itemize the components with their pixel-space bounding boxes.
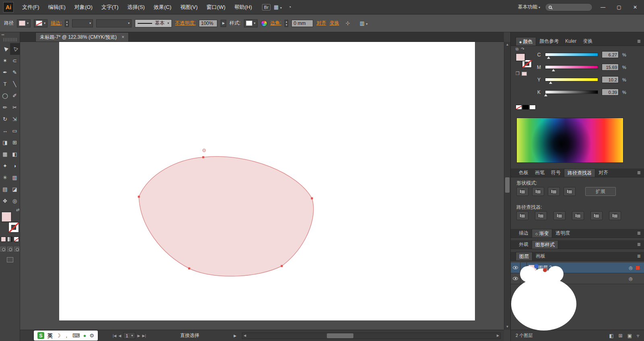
tool-scissors[interactable]: ✂ [10, 102, 20, 113]
style-dropdown[interactable]: ▾ [244, 19, 258, 27]
draw-inside-button[interactable] [14, 247, 19, 252]
gradient-mode-button[interactable] [7, 237, 12, 242]
channel-slider[interactable] [545, 65, 598, 69]
menu-item-3[interactable]: 对象(O) [70, 0, 97, 15]
tool-direct-selection[interactable]: ▷ [10, 43, 20, 55]
settings-icon[interactable]: ⚙ [89, 333, 94, 339]
none-mode-button[interactable] [14, 237, 19, 242]
panel-menu-icon[interactable]: ≣ [637, 231, 641, 236]
tool-curvature[interactable]: ✎ [10, 67, 20, 78]
align-options-icon[interactable]: ▥ ▾ [356, 20, 371, 26]
menu-item-4[interactable]: 文字(T) [97, 0, 123, 15]
channel-slider[interactable] [545, 53, 598, 56]
tab-close-icon[interactable]: × [122, 34, 124, 40]
menu-item-5[interactable]: 选择(S) [123, 0, 149, 15]
canvas[interactable] [20, 42, 504, 330]
new-sublayer-icon[interactable]: ⊞ [619, 333, 623, 339]
horizontal-scroll-thumb[interactable] [327, 333, 353, 338]
gamut-warning-icon[interactable]: ❒ [516, 71, 520, 76]
tool-width[interactable]: ↔ [0, 125, 10, 137]
visibility-toggle[interactable] [511, 273, 520, 284]
status-flyout-icon[interactable]: ▶ [234, 334, 237, 338]
next-artboard-button[interactable]: ▶ [137, 334, 140, 338]
drawn-shape[interactable] [139, 156, 314, 276]
tool-type[interactable]: T [0, 78, 10, 90]
stroke-weight-dropdown[interactable]: ▾ [72, 19, 93, 27]
tab-路径查找器[interactable]: 路径查找器 [564, 168, 595, 177]
channel-value-input[interactable]: 0.39 [602, 89, 619, 96]
color-mode-button[interactable] [1, 237, 6, 242]
tool-hand[interactable]: ✥ [0, 195, 10, 207]
app-logo-icon[interactable]: Ai [3, 2, 14, 12]
tool-artboard[interactable]: ▤ [0, 183, 10, 195]
tab-渐变[interactable]: ◇渐变 [532, 229, 552, 237]
anchor-point[interactable] [138, 196, 140, 198]
collapse-toolbar-icon[interactable]: ◂◂ [0, 32, 5, 37]
make-clipping-mask-icon[interactable]: ◧ [609, 333, 613, 339]
bridge-icon[interactable]: Br [262, 4, 270, 10]
menu-item-7[interactable]: 视图(V) [176, 0, 202, 15]
stroke-color-dropdown[interactable]: ▾ [34, 19, 47, 27]
delete-layer-icon[interactable]: ▿ [637, 333, 639, 339]
scroll-down-icon[interactable]: ▼ [504, 324, 510, 330]
ime-language-toggle[interactable]: 英 [47, 332, 53, 339]
transform-reference-icon[interactable]: ⊹ [342, 20, 353, 26]
tool-rotate[interactable]: ↻ [0, 113, 10, 125]
ime-logo-icon[interactable]: S [37, 332, 44, 339]
new-layer-icon[interactable]: ▣ [627, 333, 632, 339]
anchor-point[interactable] [202, 156, 204, 158]
vertical-scroll-thumb[interactable] [505, 177, 510, 193]
tab-透明度[interactable]: 透明度 [552, 229, 573, 237]
tool-scale[interactable]: ⇲ [10, 113, 20, 125]
fill-proxy-swatch[interactable] [516, 53, 525, 61]
tool-free-transform[interactable]: ▭ [10, 125, 20, 137]
fill-color-swatch[interactable] [1, 212, 12, 222]
anchor-point[interactable] [311, 198, 313, 200]
tool-lasso[interactable]: ⊂ [10, 55, 20, 67]
stroke-weight-stepper[interactable]: ▴ ▾ [65, 20, 69, 27]
tab-对齐[interactable]: 对齐 [595, 168, 611, 177]
channel-slider[interactable] [545, 78, 598, 81]
channel-value-input[interactable]: 6.27 [602, 51, 619, 58]
cs-live-icon[interactable]: ◔ [285, 4, 295, 10]
search-input[interactable] [545, 3, 592, 11]
target-icon[interactable]: ◎ [625, 276, 636, 281]
artboard-number-dropdown[interactable]: 1 ▾ [123, 332, 135, 339]
fill-stroke-mini-icon[interactable]: ⧉ [516, 47, 518, 52]
menu-item-2[interactable]: 编辑(E) [44, 0, 70, 15]
none-swatch[interactable] [516, 105, 522, 110]
last-artboard-button[interactable]: ▶| [142, 334, 146, 338]
person-icon[interactable]: ● [83, 333, 86, 339]
black-swatch[interactable] [522, 105, 529, 110]
stroke-panel-link[interactable]: 描边: [51, 20, 62, 27]
channel-slider[interactable] [545, 90, 598, 94]
stroke-style-dropdown[interactable]: 基本 ▾ [135, 19, 172, 27]
divide-button[interactable] [516, 211, 528, 220]
slider-thumb[interactable] [547, 56, 550, 59]
closest-color-swatch[interactable] [522, 72, 527, 76]
tab-外观[interactable]: 外观 [516, 240, 532, 249]
outline-button[interactable] [590, 211, 603, 220]
scroll-right-icon[interactable]: ▶ [495, 333, 500, 339]
minus-back-button[interactable] [609, 211, 621, 220]
draw-behind-button[interactable] [7, 247, 12, 252]
scroll-up-icon[interactable]: ▲ [504, 42, 510, 48]
tool-mesh[interactable]: ▦ [0, 148, 10, 160]
minus-front-button[interactable] [532, 187, 544, 196]
draw-normal-button[interactable] [0, 247, 6, 252]
tool-line-segment[interactable]: ╲ [10, 78, 20, 90]
intersect-button[interactable] [548, 187, 560, 196]
expand-button[interactable]: 扩展 [585, 187, 616, 196]
tool-symbol-sprayer[interactable]: ✳ [0, 172, 10, 183]
tool-paintbrush[interactable]: ✐ [10, 90, 20, 102]
tool-column-graph[interactable]: ▥ [10, 172, 20, 183]
horizontal-scrollbar[interactable]: ◀ ▶ [242, 333, 501, 339]
opacity-input[interactable]: 100% [199, 20, 217, 27]
panel-menu-icon[interactable]: ≣ [637, 39, 641, 44]
corner-stepper[interactable]: ▴ ▾ [285, 20, 289, 27]
transform-link[interactable]: 变换 [329, 20, 339, 27]
swap-colors-icon[interactable]: ↷ [521, 47, 524, 52]
fill-color-dropdown[interactable]: ▾ [17, 19, 31, 27]
screen-mode-button[interactable] [7, 257, 13, 262]
menu-item-1[interactable]: 文件(F) [18, 0, 44, 15]
